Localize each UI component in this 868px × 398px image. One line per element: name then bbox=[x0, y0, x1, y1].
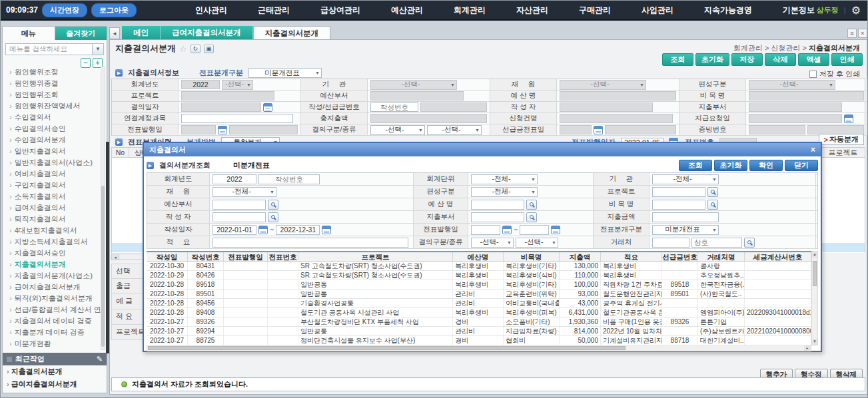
search-icon[interactable] bbox=[268, 200, 278, 210]
search-icon[interactable] bbox=[707, 187, 718, 197]
dropdown[interactable]: -전체-▼ bbox=[471, 174, 538, 184]
sidebar-item[interactable]: ›수입결의서 bbox=[9, 112, 101, 123]
modal-button-초기화[interactable]: 초기화 bbox=[714, 160, 747, 171]
text-input[interactable] bbox=[652, 238, 689, 248]
sidebar-item[interactable]: ›지방소득세지출결의서 bbox=[9, 236, 101, 248]
table-row[interactable]: 2022-10-3080431SR 고속철도차량(SRT) 청소사업(수도권)복… bbox=[147, 262, 818, 271]
table-row[interactable]: 2022-10-2788725정비단건축시설물 유지보수 사업(부산)경비협회비… bbox=[147, 336, 818, 345]
table-hscrollbar[interactable]: ▸ bbox=[147, 345, 811, 351]
dropdown[interactable]: -선택-▼ bbox=[471, 238, 514, 248]
topbar-menu-3[interactable]: 급상여관리 bbox=[320, 5, 360, 16]
table-col-header[interactable]: 작성일 bbox=[147, 252, 188, 261]
gear-icon[interactable]: ⚙ bbox=[851, 4, 861, 17]
grid-hscrollbar[interactable]: ◂ bbox=[111, 254, 145, 260]
modal-button-조회[interactable]: 조회 bbox=[679, 160, 712, 171]
sidebar-item[interactable]: ›여비지출결의서 bbox=[9, 168, 101, 180]
calendar-icon[interactable] bbox=[594, 126, 603, 134]
calendar-icon[interactable] bbox=[551, 226, 560, 234]
tab-list-icon[interactable]: ≡ bbox=[847, 29, 857, 38]
table-row[interactable]: 2022-10-2889518일반공통복리후생비복리후생비(기타)100,000… bbox=[147, 280, 818, 290]
sidebar-item[interactable]: ›소득지출결의서 bbox=[9, 191, 101, 202]
text-input[interactable] bbox=[213, 225, 256, 235]
dropdown[interactable]: -전체-▼ bbox=[471, 187, 538, 197]
topbar-menu-10[interactable]: 기본정보 bbox=[783, 5, 815, 16]
table-col-header[interactable]: 지출액 bbox=[560, 252, 601, 261]
text-input[interactable] bbox=[213, 212, 266, 222]
favorite-star-icon[interactable]: ☆ bbox=[179, 44, 187, 54]
topbar-menu-4[interactable]: 예산관리 bbox=[391, 5, 423, 16]
sidebar-item[interactable]: ›미분개현황 bbox=[9, 338, 101, 349]
table-row[interactable]: 2022-10-2889501일반공통관리비교육훈련비(위탁)93,000철도운… bbox=[147, 290, 818, 299]
sidebar-item[interactable]: ›원인행위잔액명세서 bbox=[9, 100, 101, 112]
dropdown[interactable]: -선택-▼ bbox=[516, 238, 558, 248]
table-col-header[interactable]: 비목명 bbox=[504, 252, 560, 261]
sidebar-item[interactable]: ›원인행위조정 bbox=[9, 67, 101, 78]
modal-button-확인[interactable]: 확인 bbox=[749, 160, 783, 171]
dropdown[interactable]: 미분개전표▼ bbox=[652, 225, 719, 235]
calendar-icon[interactable] bbox=[322, 226, 331, 234]
toolbar-button-엑셀[interactable]: 엑셀 bbox=[798, 53, 829, 66]
scroll-right-icon[interactable]: ▸ bbox=[804, 345, 811, 351]
toolbar-button-초기화[interactable]: 초기화 bbox=[695, 53, 729, 66]
text-input[interactable] bbox=[181, 114, 293, 123]
table-col-header[interactable]: 전표번호 bbox=[268, 252, 298, 261]
sidebar-item[interactable]: ›퇴직지출결의서 bbox=[9, 214, 101, 225]
print-after-save-checkbox[interactable] bbox=[809, 71, 817, 78]
sidebar-scrollbar[interactable] bbox=[101, 67, 105, 350]
recent-work-item[interactable]: ›급여지출결의서분개 bbox=[3, 378, 107, 391]
sidebar-item[interactable]: ›일반지출결의서 bbox=[9, 146, 101, 157]
tab-favorites[interactable]: 즐겨찾기 bbox=[55, 27, 107, 40]
auto-journal-button[interactable]: > 자동분개 bbox=[819, 134, 864, 145]
table-row[interactable]: 2022-10-2980426SR 고속철도차량(SRT) 청소사업(수도권)복… bbox=[147, 271, 818, 280]
slip-type-dropdown[interactable]: 미분개전표▼ bbox=[248, 68, 322, 78]
menu-search-input[interactable]: 메뉴를 검색하세요 bbox=[5, 43, 93, 55]
topbar-menu-2[interactable]: 근태관리 bbox=[258, 5, 290, 16]
modal-button-닫기[interactable]: 닫기 bbox=[785, 160, 818, 171]
text-input[interactable] bbox=[213, 238, 408, 248]
toolbar-button-인쇄[interactable]: 인쇄 bbox=[831, 53, 863, 66]
table-col-header[interactable]: 세금계산서번호 bbox=[745, 252, 811, 261]
tab-menu[interactable]: 메뉴 bbox=[3, 27, 55, 40]
scroll-up-icon[interactable]: ▲ bbox=[812, 252, 817, 258]
topbar-menu-8[interactable]: 사업관리 bbox=[642, 5, 673, 16]
extend-time-button[interactable]: 시간연장 bbox=[42, 3, 87, 17]
tab-3[interactable]: 지출결의서분개 bbox=[253, 26, 331, 39]
sidebar-item[interactable]: ›일반지출결의서(사업소) bbox=[9, 157, 101, 168]
sidebar-item[interactable]: ›수입결의서승인 bbox=[9, 123, 101, 134]
table-row[interactable]: 2022-10-2889408철도기관 공동사옥 시설관리 사업복리후생비복리후… bbox=[147, 308, 818, 317]
sidebar-item[interactable]: ›지출결의서 데이터 검증 bbox=[9, 315, 101, 327]
scroll-down-icon[interactable]: ▼ bbox=[812, 339, 817, 345]
text-input[interactable] bbox=[276, 225, 320, 235]
topbar-menu-9[interactable]: 지속가능경영 bbox=[704, 5, 752, 16]
sidebar-item[interactable]: ›급여지출결의서 bbox=[9, 202, 101, 214]
text-input[interactable] bbox=[213, 174, 256, 184]
table-col-header[interactable]: 거래처명 bbox=[698, 252, 745, 261]
sidebar-item[interactable]: ›지출결의서승인 bbox=[9, 248, 101, 259]
sidebar-item[interactable]: ›지출결의서분개(사업소) bbox=[9, 270, 101, 282]
text-input[interactable] bbox=[258, 174, 320, 184]
calendar-icon[interactable] bbox=[258, 226, 268, 234]
scrollbar-thumb[interactable] bbox=[148, 346, 626, 350]
close-icon[interactable]: × bbox=[811, 145, 815, 154]
sidebar-item[interactable]: ›수입결의서분개 bbox=[9, 134, 101, 146]
topbar-menu-6[interactable]: 자산관리 bbox=[516, 5, 548, 16]
search-icon[interactable] bbox=[707, 200, 718, 210]
calendar-icon[interactable] bbox=[502, 226, 512, 234]
refresh-icon[interactable]: ↻ bbox=[191, 45, 201, 53]
sidebar-item[interactable]: ›퇴직(외)지출결의서분개 bbox=[9, 293, 101, 304]
logout-button[interactable]: 로그아웃 bbox=[91, 3, 137, 17]
sidebar-item[interactable]: ›4대보험지출결의서 bbox=[9, 225, 101, 236]
table-col-header[interactable]: 예산명 bbox=[453, 252, 504, 261]
dropdown[interactable]: -선택-▼ bbox=[427, 125, 482, 135]
dropdown[interactable]: -선택-▼ bbox=[370, 125, 425, 135]
tab-scroll-left-icon[interactable]: ◂ bbox=[109, 27, 120, 39]
text-input[interactable] bbox=[691, 238, 742, 248]
sidebar-item[interactable]: ›원인행위조회 bbox=[9, 89, 101, 100]
text-input[interactable] bbox=[471, 225, 500, 235]
dropdown[interactable]: -전체-▼ bbox=[652, 174, 719, 184]
calendar-icon[interactable] bbox=[263, 103, 272, 112]
table-row[interactable]: 2022-10-2889456기술환경사업공통관리비여비교통비(국내출장)43,… bbox=[147, 299, 818, 308]
table-row[interactable]: 2022-10-2789326부산철도차량정비단 KTX 부품세척 사업경비소모… bbox=[147, 317, 818, 327]
sidebar-item[interactable]: ›구입지출결의서 bbox=[9, 180, 101, 191]
toolbar-button-저장[interactable]: 저장 bbox=[731, 53, 763, 66]
